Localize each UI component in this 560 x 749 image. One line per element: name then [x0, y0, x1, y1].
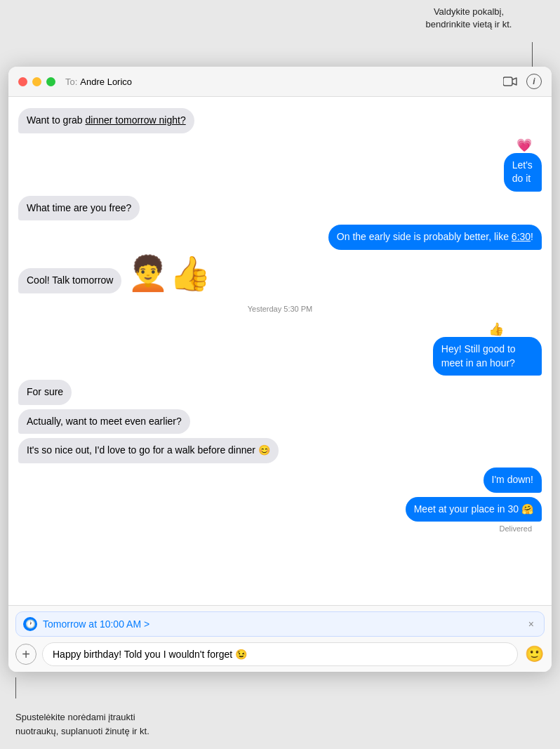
bubble-sent: Hey! Still good to meet in an hour? — [433, 337, 542, 376]
memoji-sticker: 🧑‍🦱👍 — [127, 254, 211, 293]
emoji-button[interactable]: 🙂 — [524, 644, 545, 665]
video-call-icon[interactable] — [502, 74, 518, 89]
bubble-sent: Meet at your place in 30 🤗 — [406, 497, 542, 522]
delivered-label: Delivered — [18, 524, 532, 533]
message-row: For sure — [18, 380, 542, 405]
bubble-received: Cool! Talk tomorrow — [18, 268, 121, 293]
annotation-line-top — [532, 42, 533, 70]
contact-name: Andre Lorico — [80, 77, 502, 87]
annotation-line-bottom — [15, 677, 16, 698]
svg-rect-0 — [503, 77, 512, 86]
annotation-top: Valdykite pokalbį, bendrinkite vietą ir … — [399, 6, 539, 31]
scheduled-clock-icon: 🕐 — [23, 617, 37, 631]
bubble-sent: I'm down! — [484, 468, 542, 493]
bubble-received: What time are you free? — [18, 196, 140, 221]
scheduled-close-button[interactable]: × — [526, 618, 537, 630]
message-row: Actually, want to meet even earlier? — [18, 409, 542, 435]
titlebar-icons: i — [502, 74, 542, 89]
info-icon[interactable]: i — [526, 74, 542, 89]
scheduled-banner[interactable]: 🕐 Tomorrow at 10:00 AM > × — [15, 611, 545, 637]
message-row: Want to grab dinner tomorrow night? — [18, 108, 542, 133]
add-button[interactable]: + — [15, 644, 36, 665]
bubble-sent: On the early side is probably better, li… — [328, 225, 542, 250]
bubble-received: Actually, want to meet even earlier? — [18, 409, 190, 435]
maximize-button[interactable] — [46, 77, 55, 86]
annotation-bottom: Spustelėkite norėdami įtraukti nuotraukų… — [15, 710, 149, 738]
reaction-heart: 💗 — [516, 138, 532, 153]
chat-area[interactable]: Want to grab dinner tomorrow night? 💗 Le… — [8, 97, 552, 605]
message-row: Cool! Talk tomorrow 🧑‍🦱👍 — [18, 254, 542, 293]
bubble-received: For sure — [18, 380, 72, 405]
message-row: Meet at your place in 30 🤗 — [18, 497, 542, 522]
titlebar: To: Andre Lorico i — [8, 67, 552, 97]
reaction-thumbsup: 👍 — [488, 322, 504, 337]
message-row: Hey! Still good to meet in an hour? — [374, 337, 542, 376]
message-row: Let's do it — [484, 153, 542, 192]
traffic-lights — [18, 77, 55, 86]
input-row: + 🙂 — [15, 642, 545, 666]
bubble-sent: Let's do it — [504, 153, 542, 192]
timestamp: Yesterday 5:30 PM — [18, 305, 542, 313]
minimize-button[interactable] — [32, 77, 41, 86]
scheduled-text: Tomorrow at 10:00 AM > — [43, 618, 526, 630]
to-label: To: — [65, 77, 77, 87]
message-row: I'm down! — [18, 468, 542, 493]
close-button[interactable] — [18, 77, 27, 86]
input-area: 🕐 Tomorrow at 10:00 AM > × + 🙂 — [8, 605, 552, 672]
messages-window: To: Andre Lorico i Want to grab dinner t… — [8, 67, 552, 672]
message-row: On the early side is probably better, li… — [18, 225, 542, 250]
bubble-received: It's so nice out, I'd love to go for a w… — [18, 438, 279, 463]
message-input[interactable] — [42, 642, 518, 666]
message-row: It's so nice out, I'd love to go for a w… — [18, 438, 542, 463]
bubble-received: Want to grab dinner tomorrow night? — [18, 108, 194, 133]
message-row: What time are you free? — [18, 196, 542, 221]
